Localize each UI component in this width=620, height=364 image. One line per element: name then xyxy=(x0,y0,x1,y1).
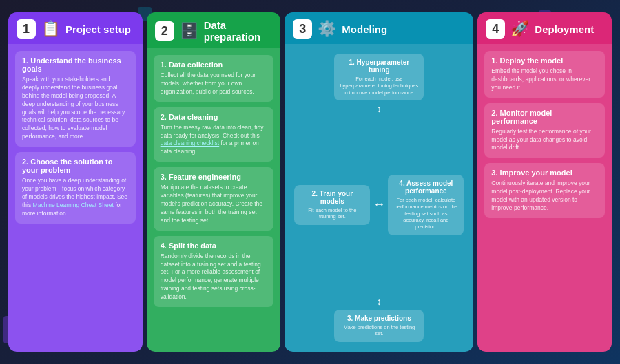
data-cleaning-checklist-link[interactable]: data cleaning checklist xyxy=(161,140,220,147)
card-improve-text: Continuously iterate and improve your mo… xyxy=(491,180,598,213)
card-assess-text: For each model, calculate performance me… xyxy=(393,197,458,231)
col-2-icon: 🗄️ xyxy=(180,22,198,40)
card-feature-engineering: 3. Feature engineering Manipulate the da… xyxy=(154,167,274,230)
col-4-body: 1. Deploy the model Embed the model you … xyxy=(477,44,612,352)
card-predictions-text: Make predictions on the testing set. xyxy=(340,324,418,338)
card-predictions-title: 3. Make predictions xyxy=(340,314,418,322)
card-hyperparameter-title: 1. Hyperparameter tuning xyxy=(340,58,418,74)
card-data-collection-text: Collect all the data you need for your m… xyxy=(161,72,267,96)
col-2-title: Data preparation xyxy=(204,19,273,43)
col-1-title: Project setup xyxy=(65,23,131,35)
arrow-left-right: ↔ xyxy=(373,197,385,212)
main-container: 1 📋 Project setup 1. Understand the busi… xyxy=(0,0,620,364)
card-hyperparameter-text: For each model, use hyperparameter tunin… xyxy=(340,76,418,96)
card-feature-engineering-text: Manipulate the datasets to create variab… xyxy=(161,184,267,224)
col-1-icon: 📋 xyxy=(41,20,60,38)
col-1-header: 1 📋 Project setup xyxy=(8,12,143,44)
col-4-number: 4 xyxy=(486,19,505,39)
card-assess-title: 4. Assess model performance xyxy=(393,180,458,195)
model-top: 1. Hyperparameter tuning For each model,… xyxy=(294,54,464,100)
card-improve-title: 3. Improve your model xyxy=(491,169,598,177)
card-deploy-title: 1. Deploy the model xyxy=(491,56,598,65)
card-choose-solution-text: Once you have a deep understanding of yo… xyxy=(22,177,129,217)
column-modeling: 3 ⚙️ Modeling 1. Hyperparameter tuning F… xyxy=(285,12,473,352)
col-2-body: 1. Data collection Collect all the data … xyxy=(147,48,281,352)
card-train-title: 2. Train your models xyxy=(300,190,364,205)
card-feature-engineering-title: 3. Feature engineering xyxy=(161,173,267,181)
col-3-body: 1. Hyperparameter tuning For each model,… xyxy=(285,44,473,352)
col-4-icon: 🚀 xyxy=(510,20,529,38)
card-improve-model: 3. Improve your model Continuously itera… xyxy=(484,163,605,218)
card-monitor-title: 2. Monitor model performance xyxy=(491,109,598,125)
arrow-down-from-top: ↕ xyxy=(377,103,382,114)
col-4-header: 4 🚀 Deployment xyxy=(477,12,612,44)
card-data-collection-title: 1. Data collection xyxy=(161,61,267,69)
modeling-diagram: 1. Hyperparameter tuning For each model,… xyxy=(291,51,466,345)
col-2-number: 2 xyxy=(155,21,174,41)
arrow-down-to-bottom: ↕ xyxy=(377,296,382,307)
col-1-body: 1. Understand the business goals Speak w… xyxy=(8,44,143,352)
card-hyperparameter-tuning: 1. Hyperparameter tuning For each model,… xyxy=(334,54,424,100)
arrows-center: ↔ xyxy=(373,197,385,212)
column-data-preparation: 2 🗄️ Data preparation 1. Data collection… xyxy=(147,12,281,352)
card-split-data-title: 4. Split the data xyxy=(161,242,267,250)
card-monitor-text: Regularly test the performance of your m… xyxy=(491,128,598,153)
card-data-cleaning-text: Turn the messy raw data into clean, tidy… xyxy=(161,124,267,157)
card-deploy-text: Embed the model you chose in dashboards,… xyxy=(491,67,598,92)
card-monitor-performance: 2. Monitor model performance Regularly t… xyxy=(484,103,605,158)
card-deploy-model: 1. Deploy the model Embed the model you … xyxy=(484,51,605,98)
card-split-data-text: Randomly divide the records in the datas… xyxy=(161,253,267,301)
card-choose-solution: 2. Choose the solution to your problem O… xyxy=(15,152,136,223)
col-3-title: Modeling xyxy=(342,23,387,35)
card-assess-performance: 4. Assess model performance For each mod… xyxy=(388,175,464,235)
col-4-title: Deployment xyxy=(535,23,594,35)
column-project-setup: 1 📋 Project setup 1. Understand the busi… xyxy=(8,12,143,352)
card-make-predictions: 3. Make predictions Make predictions on … xyxy=(334,310,424,343)
column-deployment: 4 🚀 Deployment 1. Deploy the model Embed… xyxy=(477,12,612,352)
col-3-header: 3 ⚙️ Modeling xyxy=(285,12,473,44)
ml-cheat-sheet-link[interactable]: Machine Learning Cheat Sheet xyxy=(33,202,114,208)
card-data-cleaning: 2. Data cleaning Turn the messy raw data… xyxy=(154,107,274,162)
card-train-models: 2. Train your models Fit each model to t… xyxy=(294,185,370,226)
card-data-collection: 1. Data collection Collect all the data … xyxy=(154,55,274,102)
card-data-cleaning-title: 2. Data cleaning xyxy=(161,113,267,121)
model-bottom: 3. Make predictions Make predictions on … xyxy=(294,310,464,343)
card-business-goals: 1. Understand the business goals Speak w… xyxy=(15,51,136,147)
card-business-goals-text: Speak with your stakeholders and deeply … xyxy=(22,76,129,141)
card-split-data: 4. Split the data Randomly divide the re… xyxy=(154,236,274,307)
card-train-text: Fit each model to the training set. xyxy=(300,207,364,221)
col-1-number: 1 xyxy=(17,19,36,39)
col-3-icon: ⚙️ xyxy=(318,20,336,38)
col-2-header: 2 🗄️ Data preparation xyxy=(147,12,281,48)
card-business-goals-title: 1. Understand the business goals xyxy=(22,56,129,73)
model-middle: 2. Train your models Fit each model to t… xyxy=(294,117,464,292)
card-choose-solution-title: 2. Choose the solution to your problem xyxy=(22,158,129,174)
col-3-number: 3 xyxy=(293,19,312,39)
